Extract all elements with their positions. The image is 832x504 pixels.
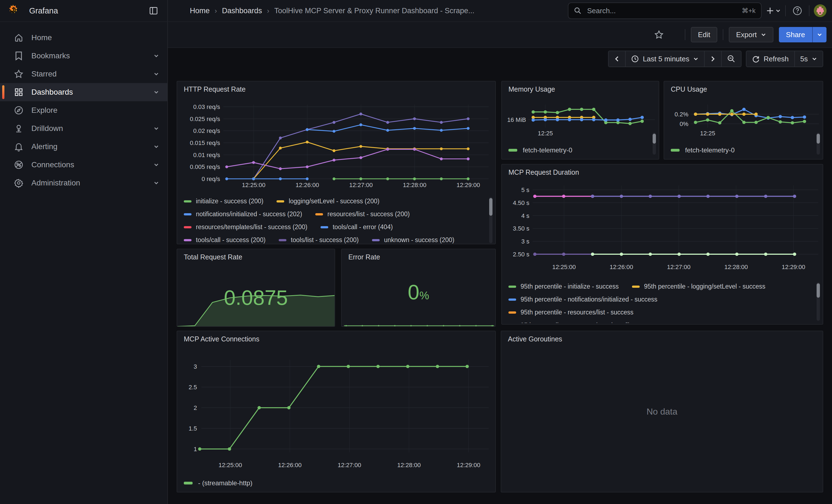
sidebar-item-dashboards[interactable]: Dashboards xyxy=(0,83,167,101)
edit-button[interactable]: Edit xyxy=(691,27,718,43)
search-input[interactable]: ⌘+k xyxy=(568,2,761,19)
legend-item[interactable]: resources/list - success (200) xyxy=(315,210,410,218)
panel-title[interactable]: HTTP Request Rate xyxy=(177,81,495,93)
svg-text:2.5: 2.5 xyxy=(188,384,197,391)
time-shift-forward-button[interactable] xyxy=(704,51,722,67)
legend-item[interactable]: resources/templates/list - success (200) xyxy=(184,223,307,231)
sidebar-item-explore[interactable]: Explore xyxy=(0,101,167,120)
panel-mcp-request-duration: MCP Request Duration 5 s4.50 s4 s3.50 s3… xyxy=(501,164,823,325)
share-dropdown-button[interactable] xyxy=(812,27,827,43)
legend-item[interactable]: tools/call - error (404) xyxy=(320,223,393,231)
breadcrumb: Home › Dashboards › ToolHive MCP Server … xyxy=(168,7,568,15)
search-shortcut: ⌘+k xyxy=(742,7,755,15)
svg-text:0.01 req/s: 0.01 req/s xyxy=(193,152,220,158)
sidebar-item-label: Alerting xyxy=(31,142,57,151)
chevron-down-icon[interactable] xyxy=(153,180,160,186)
sidebar-item-home[interactable]: Home xyxy=(0,29,167,47)
legend-scrollbar[interactable] xyxy=(816,282,820,321)
time-shift-back-button[interactable] xyxy=(608,51,626,67)
zoom-out-icon xyxy=(727,55,735,63)
topbar: Grafana Home › Dashboards › ToolHive MCP… xyxy=(0,0,832,22)
legend-item[interactable]: 95th percentile - resources/list - succe… xyxy=(509,309,633,316)
svg-text:4 s: 4 s xyxy=(521,212,529,219)
chevron-down-icon xyxy=(775,8,781,14)
legend-item[interactable]: unknown - success (200) xyxy=(372,236,454,244)
sidebar-item-alerting[interactable]: Alerting xyxy=(0,137,167,156)
star-icon xyxy=(14,69,24,79)
share-button[interactable]: Share xyxy=(779,27,812,43)
legend-item[interactable]: logging/setLevel - success (200) xyxy=(277,197,380,205)
legend-item[interactable]: tools/call - success (200) xyxy=(184,236,265,244)
bookmark-icon xyxy=(14,51,24,61)
chevron-down-icon[interactable] xyxy=(153,125,160,132)
mcp-active-connections-chart[interactable]: 32.521.5112:25:0012:26:0012:27:0012:28:0… xyxy=(177,344,496,477)
legend-item[interactable]: tools/list - success (200) xyxy=(279,236,359,244)
sidebar-item-connections[interactable]: Connections xyxy=(0,156,167,174)
legend-item[interactable]: 95th percentile - initialize - success xyxy=(509,283,619,290)
svg-text:12:26:00: 12:26:00 xyxy=(278,461,302,469)
panel-total-request-rate: Total Request Rate 0.0875 xyxy=(177,249,335,327)
sidebar-item-starred[interactable]: Starred xyxy=(0,65,167,83)
search-field[interactable] xyxy=(586,6,737,16)
legend-item[interactable]: 95th percentile - logging/setLevel - suc… xyxy=(632,283,765,290)
time-range-picker[interactable]: Last 5 minutes xyxy=(625,51,705,67)
mcp-request-duration-chart[interactable]: 5 s4.50 s4 s3.50 s3 s2.50 s12:25:0012:26… xyxy=(502,178,823,277)
memory-usage-chart[interactable]: 16 MiB12:25 xyxy=(502,95,659,140)
panel-error-rate: Error Rate 0% xyxy=(341,249,496,327)
chevron-down-icon[interactable] xyxy=(153,89,160,96)
sidebar-item-administration[interactable]: Administration xyxy=(0,174,167,192)
legend-item[interactable]: 95th percentile - resources/templates/li… xyxy=(509,322,662,323)
user-avatar[interactable] xyxy=(814,4,827,17)
refresh-button[interactable]: Refresh xyxy=(746,51,795,67)
refresh-group: Refresh 5s xyxy=(746,51,823,67)
total-request-rate-value: 0.0875 xyxy=(177,286,335,310)
mcp-active-connections-legend[interactable]: - (streamable-http) xyxy=(184,479,252,487)
search-icon xyxy=(574,7,582,15)
sidebar-toggle-icon[interactable] xyxy=(146,4,161,18)
breadcrumb-dashboards[interactable]: Dashboards xyxy=(222,7,262,15)
refresh-interval-picker[interactable]: 5s xyxy=(794,51,823,67)
sidebar-item-drilldown[interactable]: Drilldown xyxy=(0,120,167,137)
memory-usage-legend[interactable]: fetch-telemetry-0 xyxy=(509,147,572,154)
chevron-down-icon xyxy=(693,56,699,62)
chevron-down-icon[interactable] xyxy=(153,161,160,168)
export-button[interactable]: Export xyxy=(729,27,773,43)
help-button[interactable] xyxy=(790,3,805,19)
legend-scrollbar[interactable] xyxy=(653,133,656,155)
legend-item[interactable]: initialize - success (200) xyxy=(184,197,263,205)
svg-text:0.015 req/s: 0.015 req/s xyxy=(190,139,220,147)
time-range-group: Last 5 minutes xyxy=(608,51,742,67)
topbar-left: Grafana xyxy=(0,0,168,22)
http-request-rate-chart[interactable]: 0 req/s0.005 req/s0.01 req/s0.015 req/s0… xyxy=(177,97,496,193)
add-button[interactable] xyxy=(766,3,781,19)
favorite-star-button[interactable] xyxy=(652,27,666,43)
chevron-down-icon[interactable] xyxy=(153,143,160,150)
svg-text:12:29:00: 12:29:00 xyxy=(457,461,480,469)
legend-scrollbar[interactable] xyxy=(489,197,493,243)
cpu-usage-legend[interactable]: fetch-telemetry-0 xyxy=(671,147,735,154)
sidebar-item-bookmarks[interactable]: Bookmarks xyxy=(0,47,167,65)
breadcrumb-home[interactable]: Home xyxy=(190,7,210,15)
panel-title[interactable]: CPU Usage xyxy=(664,81,823,93)
legend-scrollbar[interactable] xyxy=(816,133,820,155)
chevron-down-icon[interactable] xyxy=(153,53,160,59)
gear-icon xyxy=(14,178,24,188)
svg-text:4.50 s: 4.50 s xyxy=(513,200,529,206)
svg-text:12:25:00: 12:25:00 xyxy=(552,264,576,270)
svg-text:12:26:00: 12:26:00 xyxy=(610,264,633,270)
svg-text:3: 3 xyxy=(194,363,197,370)
svg-text:12:28:00: 12:28:00 xyxy=(403,182,426,188)
legend-item[interactable]: notifications/initialized - success (202… xyxy=(184,210,302,218)
panel-title[interactable]: MCP Request Duration xyxy=(502,164,823,176)
grafana-logo[interactable] xyxy=(7,4,19,18)
question-circle-icon xyxy=(792,6,802,16)
divider xyxy=(785,5,786,16)
chevron-down-icon[interactable] xyxy=(153,71,160,77)
cpu-usage-chart[interactable]: 0.2%0%12:25 xyxy=(664,95,823,140)
panel-title[interactable]: Memory Usage xyxy=(502,81,659,93)
zoom-out-button[interactable] xyxy=(721,51,742,67)
legend-item[interactable]: 95th percentile - notifications/initiali… xyxy=(509,296,657,303)
panel-title[interactable]: MCP Active Connections xyxy=(177,331,495,343)
panel-mcp-active-connections: MCP Active Connections 32.521.5112:25:00… xyxy=(177,331,496,493)
svg-text:1: 1 xyxy=(194,446,197,453)
